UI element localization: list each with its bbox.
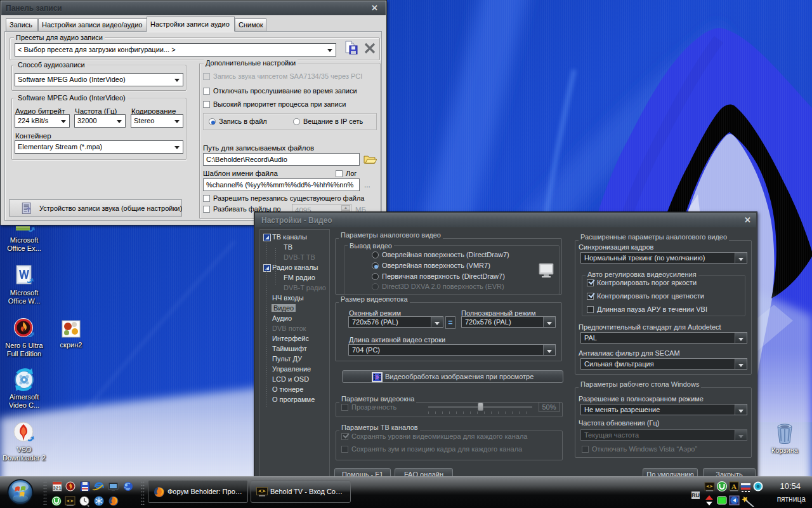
svg-text:321: 321	[53, 485, 62, 491]
svg-text:A: A	[731, 483, 737, 490]
